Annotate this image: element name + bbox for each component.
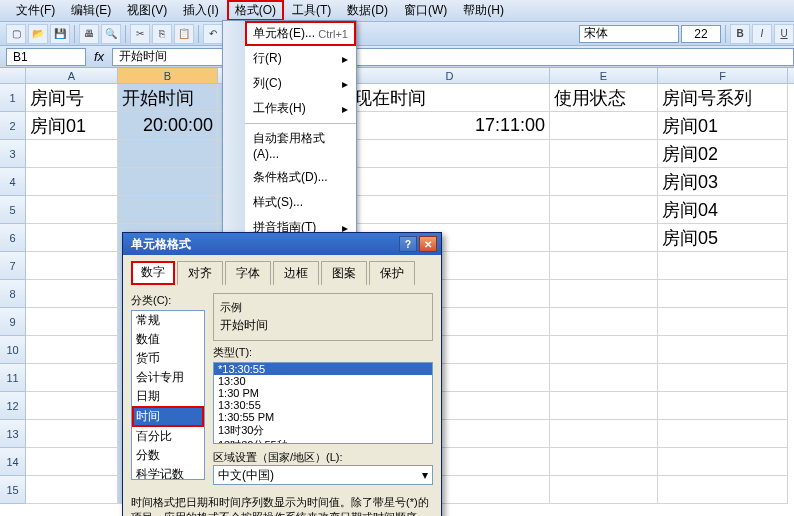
cell[interactable]: 房间03 — [658, 168, 788, 196]
cell[interactable] — [26, 308, 118, 336]
col-header-E[interactable]: E — [550, 68, 658, 83]
cell[interactable]: 房间04 — [658, 196, 788, 224]
cell[interactable] — [26, 168, 118, 196]
category-item[interactable]: 会计专用 — [132, 368, 204, 387]
menu-view[interactable]: 视图(V) — [119, 0, 175, 21]
font-size-select[interactable]: 22 — [681, 25, 721, 43]
row-header[interactable]: 6 — [0, 224, 26, 252]
cell[interactable]: 房间02 — [658, 140, 788, 168]
menu-tools[interactable]: 工具(T) — [284, 0, 339, 21]
category-item[interactable]: 日期 — [132, 387, 204, 406]
category-item[interactable]: 常规 — [132, 311, 204, 330]
new-icon[interactable]: ▢ — [6, 24, 26, 44]
row-header[interactable]: 9 — [0, 308, 26, 336]
underline-button[interactable]: U — [774, 24, 794, 44]
row-header[interactable]: 5 — [0, 196, 26, 224]
cell[interactable] — [550, 336, 658, 364]
type-item[interactable]: 13时30分 — [214, 423, 432, 438]
cut-icon[interactable]: ✂ — [130, 24, 150, 44]
cell[interactable] — [26, 224, 118, 252]
close-icon[interactable]: ✕ — [419, 236, 437, 252]
cell[interactable] — [658, 392, 788, 420]
type-item[interactable]: 13:30 — [214, 375, 432, 387]
cell[interactable] — [550, 280, 658, 308]
menu-insert[interactable]: 插入(I) — [175, 0, 226, 21]
print-icon[interactable]: 🖶 — [79, 24, 99, 44]
cell[interactable]: 开始时间 — [118, 84, 218, 112]
type-list[interactable]: *13:30:5513:301:30 PM13:30:551:30:55 PM1… — [213, 362, 433, 444]
cell[interactable] — [550, 112, 658, 140]
row-header[interactable]: 2 — [0, 112, 26, 140]
tab-border[interactable]: 边框 — [273, 261, 319, 285]
row-header[interactable]: 15 — [0, 476, 26, 504]
menu-edit[interactable]: 编辑(E) — [63, 0, 119, 21]
preview-icon[interactable]: 🔍 — [101, 24, 121, 44]
cell[interactable] — [26, 476, 118, 504]
cell[interactable] — [26, 336, 118, 364]
category-item[interactable]: 百分比 — [132, 427, 204, 446]
fx-icon[interactable]: fx — [90, 49, 108, 64]
cell[interactable]: 17:11:00 — [350, 112, 550, 140]
cell[interactable]: 房间01 — [26, 112, 118, 140]
category-item[interactable]: 时间 — [132, 406, 204, 427]
menu-item[interactable]: 行(R)▸ — [245, 46, 356, 71]
category-item[interactable]: 科学记数 — [132, 465, 204, 480]
tab-alignment[interactable]: 对齐 — [177, 261, 223, 285]
cell[interactable] — [658, 364, 788, 392]
cell[interactable] — [26, 392, 118, 420]
row-header[interactable]: 4 — [0, 168, 26, 196]
menu-item[interactable]: 自动套用格式(A)... — [245, 126, 356, 165]
menu-item[interactable]: 工作表(H)▸ — [245, 96, 356, 121]
cell[interactable] — [26, 420, 118, 448]
cell[interactable] — [658, 448, 788, 476]
row-header[interactable]: 10 — [0, 336, 26, 364]
cell[interactable] — [26, 196, 118, 224]
cell[interactable] — [350, 168, 550, 196]
type-item[interactable]: 1:30 PM — [214, 387, 432, 399]
italic-button[interactable]: I — [752, 24, 772, 44]
cell[interactable] — [118, 196, 218, 224]
cell[interactable] — [26, 448, 118, 476]
cell[interactable] — [350, 196, 550, 224]
menu-item[interactable]: 单元格(E)...Ctrl+1 — [245, 21, 356, 46]
cell[interactable] — [550, 364, 658, 392]
category-item[interactable]: 分数 — [132, 446, 204, 465]
col-header-F[interactable]: F — [658, 68, 788, 83]
cell[interactable] — [118, 168, 218, 196]
type-item[interactable]: 13:30:55 — [214, 399, 432, 411]
bold-button[interactable]: B — [730, 24, 750, 44]
name-box[interactable]: B1 — [6, 48, 86, 66]
tab-pattern[interactable]: 图案 — [321, 261, 367, 285]
cell[interactable]: 房间01 — [658, 112, 788, 140]
tab-font[interactable]: 字体 — [225, 261, 271, 285]
category-list[interactable]: 常规数值货币会计专用日期时间百分比分数科学记数文本特殊自定义 — [131, 310, 205, 480]
cell[interactable] — [658, 280, 788, 308]
category-item[interactable]: 数值 — [132, 330, 204, 349]
row-header[interactable]: 1 — [0, 84, 26, 112]
row-header[interactable]: 11 — [0, 364, 26, 392]
formula-input[interactable]: 开始时间 — [112, 48, 794, 66]
cell[interactable]: 使用状态 — [550, 84, 658, 112]
row-header[interactable]: 3 — [0, 140, 26, 168]
cell[interactable] — [118, 140, 218, 168]
col-header-A[interactable]: A — [26, 68, 118, 83]
cell[interactable]: 房间05 — [658, 224, 788, 252]
cell[interactable] — [550, 308, 658, 336]
cell[interactable] — [550, 224, 658, 252]
save-icon[interactable]: 💾 — [50, 24, 70, 44]
cell[interactable] — [550, 448, 658, 476]
tab-number[interactable]: 数字 — [131, 261, 175, 285]
dialog-titlebar[interactable]: 单元格格式 ? ✕ — [123, 233, 441, 255]
row-header[interactable]: 7 — [0, 252, 26, 280]
font-select[interactable]: 宋体 — [579, 25, 679, 43]
cell[interactable] — [658, 336, 788, 364]
col-header-D[interactable]: D — [350, 68, 550, 83]
cell[interactable] — [26, 280, 118, 308]
cell[interactable] — [658, 252, 788, 280]
type-item[interactable]: 13时30分55秒 — [214, 438, 432, 444]
menu-data[interactable]: 数据(D) — [339, 0, 396, 21]
cell[interactable]: 20:00:00 — [118, 112, 218, 140]
col-header-B[interactable]: B — [118, 68, 218, 83]
cell[interactable] — [658, 308, 788, 336]
open-icon[interactable]: 📂 — [28, 24, 48, 44]
